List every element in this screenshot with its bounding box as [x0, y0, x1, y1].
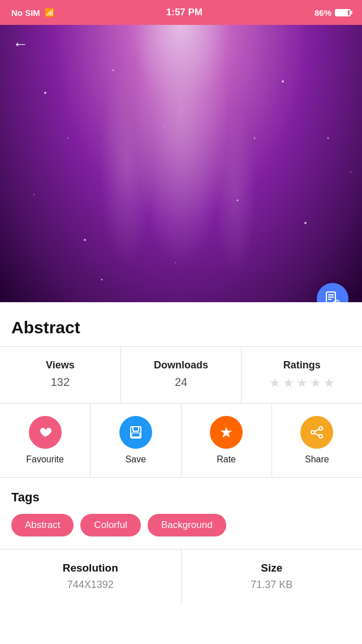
- svg-line-28: [314, 430, 319, 432]
- star-5: ★: [324, 376, 335, 390]
- stats-row: Views 132 Downloads 24 Ratings ★ ★ ★ ★ ★: [0, 347, 362, 403]
- tag-background[interactable]: Background: [148, 514, 226, 536]
- svg-rect-23: [133, 427, 139, 431]
- tags-title: Tags: [11, 490, 351, 505]
- svg-point-7: [237, 200, 239, 201]
- size-value: 71.37 KB: [251, 579, 292, 591]
- svg-point-2: [197, 58, 199, 59]
- resolution-cell: Resolution 744X1392: [0, 549, 182, 603]
- wifi-icon: 📶: [45, 8, 54, 17]
- tags-list: Abstract Colorful Background: [11, 514, 351, 536]
- resolution-value: 744X1392: [67, 579, 114, 591]
- svg-point-1: [113, 70, 114, 71]
- carrier-label: No SIM: [11, 8, 40, 18]
- stat-views: Views 132: [0, 347, 121, 403]
- svg-point-13: [175, 262, 176, 263]
- hero-stars: [0, 25, 362, 302]
- svg-line-29: [314, 433, 319, 436]
- svg-point-4: [327, 138, 329, 139]
- views-label: Views: [46, 359, 75, 371]
- svg-point-9: [163, 126, 165, 127]
- rate-circle: [210, 416, 243, 449]
- heart-icon: [37, 424, 53, 440]
- resolution-label: Resolution: [63, 562, 118, 574]
- save-circle: [119, 416, 152, 449]
- rate-action[interactable]: Rate: [182, 403, 272, 477]
- favourite-label: Favourite: [26, 454, 64, 465]
- share-action[interactable]: Share: [272, 403, 362, 477]
- svg-point-3: [282, 80, 284, 83]
- star-1: ★: [269, 376, 281, 390]
- svg-point-10: [254, 138, 256, 139]
- svg-rect-24: [132, 433, 140, 437]
- svg-point-8: [350, 171, 351, 173]
- downloads-label: Downloads: [154, 359, 208, 371]
- wallpaper-title: Abstract: [11, 318, 80, 337]
- save-icon: [128, 424, 144, 440]
- star-icon: [218, 424, 234, 440]
- battery-fill: [336, 10, 348, 15]
- title-section: Abstract: [0, 302, 362, 347]
- ratings-stars: ★ ★ ★ ★ ★: [269, 376, 335, 390]
- hero-background: [0, 25, 362, 302]
- svg-point-25: [319, 427, 322, 430]
- battery-percent: 86%: [314, 8, 331, 18]
- tag-colorful[interactable]: Colorful: [80, 514, 141, 536]
- svg-point-26: [311, 431, 314, 434]
- tag-abstract[interactable]: Abstract: [11, 514, 74, 536]
- star-2: ★: [283, 376, 294, 390]
- favourite-circle: [29, 416, 62, 449]
- downloads-value: 24: [175, 376, 187, 389]
- favourite-action[interactable]: Favourite: [0, 403, 90, 477]
- star-4: ★: [310, 376, 321, 390]
- status-right: 86%: [314, 8, 351, 18]
- size-label: Size: [261, 562, 282, 574]
- hero-image: ←: [0, 25, 362, 302]
- back-arrow-icon: ←: [12, 36, 28, 52]
- share-label: Share: [305, 454, 329, 465]
- stat-ratings: Ratings ★ ★ ★ ★ ★: [242, 347, 362, 403]
- share-icon: [309, 424, 325, 440]
- time-label: 1:57 PM: [166, 7, 202, 18]
- svg-point-27: [319, 435, 322, 438]
- views-value: 132: [51, 376, 70, 389]
- svg-point-0: [44, 92, 46, 94]
- size-cell: Size 71.37 KB: [182, 549, 363, 603]
- status-bar: No SIM 📶 1:57 PM 86%: [0, 0, 362, 25]
- save-label: Save: [126, 454, 146, 465]
- status-left: No SIM 📶: [11, 8, 54, 18]
- rate-label: Rate: [217, 454, 236, 465]
- save-action[interactable]: Save: [90, 403, 181, 477]
- svg-point-5: [33, 194, 35, 195]
- battery-icon: [335, 9, 351, 16]
- svg-point-11: [67, 138, 68, 139]
- ratings-label: Ratings: [283, 359, 321, 371]
- star-3: ★: [296, 376, 308, 390]
- svg-point-12: [304, 222, 307, 224]
- share-circle: [300, 416, 333, 449]
- info-row: Resolution 744X1392 Size 71.37 KB: [0, 549, 362, 603]
- svg-point-14: [101, 279, 103, 281]
- stat-downloads: Downloads 24: [121, 347, 242, 403]
- edit-icon: [324, 290, 342, 302]
- tags-section: Tags Abstract Colorful Background: [0, 478, 362, 549]
- back-button[interactable]: ←: [9, 33, 32, 55]
- svg-point-6: [84, 239, 86, 241]
- actions-row: Favourite Save Rate: [0, 403, 362, 478]
